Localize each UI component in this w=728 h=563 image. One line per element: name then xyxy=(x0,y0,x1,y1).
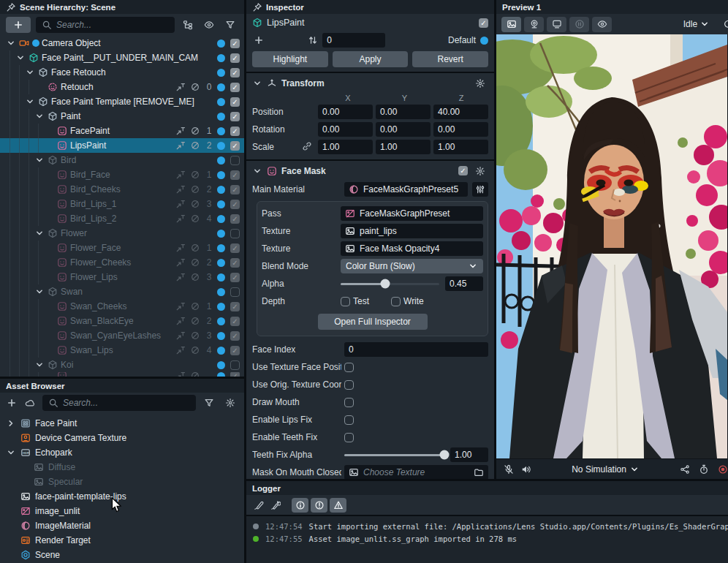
asset-item-diffuse[interactable]: Diffuse xyxy=(0,460,244,475)
asset-item-echopark[interactable]: HDR Echopark xyxy=(0,445,244,460)
enabled-checkbox[interactable]: ✓ xyxy=(230,97,240,107)
tree-row-bird[interactable]: Bird xyxy=(0,153,244,167)
position-y-input[interactable]: 0.00 xyxy=(376,105,431,119)
asset-search[interactable] xyxy=(42,395,196,411)
visibility-dot[interactable] xyxy=(217,127,225,135)
visibility-dot[interactable] xyxy=(217,347,225,355)
enabled-checkbox[interactable]: ✓ xyxy=(230,200,240,209)
visibility-dot[interactable] xyxy=(217,361,225,369)
visibility-dot[interactable] xyxy=(217,39,225,48)
draw-mouth-checkbox[interactable] xyxy=(344,398,354,407)
pass-asset-field[interactable]: FaceMaskGraphPreset xyxy=(341,206,483,221)
log-filter-warning-icon[interactable] xyxy=(330,498,346,513)
enabled-checkbox[interactable]: ✓ xyxy=(230,83,240,92)
tree-row-face-paint-template-remove-me[interactable]: Face Paint Template [REMOVE_ME] ✓ xyxy=(0,94,244,109)
enabled-checkbox[interactable]: ✓ xyxy=(230,302,240,311)
preview-mode-webcam-icon[interactable] xyxy=(524,17,544,32)
add-asset-button[interactable] xyxy=(6,395,18,411)
visibility-dot[interactable] xyxy=(217,230,225,238)
visibility-dot[interactable] xyxy=(217,113,225,121)
scene-search[interactable] xyxy=(36,17,175,33)
preview-mode-image-icon[interactable] xyxy=(501,17,521,32)
enabled-checkbox[interactable]: ✓ xyxy=(230,317,240,326)
tree-row-bird-lips-1[interactable]: Bird_Lips_1 3 ✓ xyxy=(0,197,244,211)
visibility-dot[interactable] xyxy=(217,244,225,252)
enabled-checkbox[interactable] xyxy=(230,156,240,165)
transform-section-header[interactable]: Transform xyxy=(252,73,488,93)
rotation-z-input[interactable]: 0.00 xyxy=(433,122,488,137)
visibility-dot[interactable] xyxy=(217,69,225,77)
visibility-dot[interactable] xyxy=(217,83,225,91)
enabled-checkbox[interactable] xyxy=(230,360,240,370)
face-mask-section-header[interactable]: Face Mask ✓ xyxy=(252,161,488,181)
scale-x-input[interactable]: 1.00 xyxy=(318,140,373,154)
tree-row-bird-face[interactable]: Bird_Face 1 ✓ xyxy=(0,167,244,182)
enabled-checkbox[interactable]: ✓ xyxy=(230,126,240,136)
blend-mode-dropdown[interactable]: Color Burn (Slow) xyxy=(341,259,483,273)
asset-item-specular[interactable]: Specular xyxy=(0,475,244,489)
highlight-button[interactable]: Highlight xyxy=(252,51,328,67)
tree-row-flower-lips[interactable]: Flower_Lips 3 ✓ xyxy=(0,270,244,284)
enabled-checkbox[interactable]: ✓ xyxy=(230,112,240,121)
visibility-dot[interactable] xyxy=(217,142,225,150)
enabled-checkbox[interactable]: ✓ xyxy=(230,214,240,224)
preview-mode-screen-mirror-icon[interactable] xyxy=(547,17,566,32)
asset-settings-button[interactable] xyxy=(222,395,238,411)
enabled-checkbox[interactable]: ✓ xyxy=(230,346,240,355)
enabled-checkbox[interactable]: ✓ xyxy=(230,273,240,282)
enabled-checkbox[interactable]: ✓ xyxy=(230,53,240,63)
visibility-dot[interactable] xyxy=(217,332,225,340)
object-enabled-checkbox[interactable]: ✓ xyxy=(479,18,488,28)
visibility-dot[interactable] xyxy=(217,317,225,325)
tree-row-row[interactable]: ✓ xyxy=(0,372,244,377)
mask-on-mouth-closed-texture-field[interactable]: Choose Texture xyxy=(344,465,488,479)
add-component-button[interactable] xyxy=(252,32,265,48)
preview-viewport[interactable] xyxy=(496,34,728,459)
open-full-inspector-button[interactable]: Open Full Inspector xyxy=(318,314,428,330)
asset-search-input[interactable] xyxy=(63,398,190,408)
cloud-assets-button[interactable] xyxy=(23,395,37,411)
speaker-icon[interactable] xyxy=(521,464,531,475)
enabled-checkbox[interactable]: ✓ xyxy=(230,185,240,194)
tree-row-face-paint-put-under-main-cam[interactable]: Face Paint__PUT_UNDER_MAIN_CAM ✓ xyxy=(0,50,244,65)
visibility-dot[interactable] xyxy=(217,259,225,267)
tree-row-camera-object[interactable]: Camera Object ✓ xyxy=(0,36,244,50)
tree-row-koi[interactable]: Koi xyxy=(0,358,244,372)
test-checkbox[interactable] xyxy=(341,297,350,306)
rotation-x-input[interactable]: 0.00 xyxy=(318,122,373,137)
tree-row-facepaint[interactable]: FacePaint 1 ✓ xyxy=(0,124,244,138)
visibility-dot[interactable] xyxy=(217,273,225,282)
simulation-dropdown[interactable]: No Simulation xyxy=(539,464,672,475)
asset-item-image-unlit[interactable]: image_unlit xyxy=(0,504,244,518)
asset-item-device-camera-texture[interactable]: Device Camera Texture xyxy=(0,431,244,445)
tree-row-bird-lips-2[interactable]: Bird_Lips_2 4 ✓ xyxy=(0,211,244,226)
enable-teeth-fix-checkbox[interactable] xyxy=(344,433,354,442)
enabled-checkbox[interactable]: ✓ xyxy=(230,258,240,268)
microphone-muted-icon[interactable] xyxy=(504,464,514,475)
enabled-checkbox[interactable]: ✓ xyxy=(230,243,240,253)
asset-item-face-paint-template-lips[interactable]: face-paint-template-lips xyxy=(0,489,244,504)
add-object-button[interactable] xyxy=(6,17,31,33)
visibility-dot[interactable] xyxy=(217,54,225,62)
auto-clear-log-icon[interactable] xyxy=(270,500,281,510)
visibility-dot[interactable] xyxy=(217,98,225,106)
log-filter-info-icon[interactable] xyxy=(292,498,308,513)
visibility-dot[interactable] xyxy=(217,288,225,296)
enable-lips-fix-checkbox[interactable] xyxy=(344,415,354,425)
tree-row-bird-cheeks[interactable]: Bird_Cheeks 2 ✓ xyxy=(0,182,244,197)
visibility-filter-button[interactable] xyxy=(201,17,217,33)
visibility-dot[interactable] xyxy=(217,171,225,179)
tree-row-swan-cyaneyelashes[interactable]: Swan_CyanEyeLashes 3 ✓ xyxy=(0,328,244,343)
tree-row-swan[interactable]: Swan xyxy=(0,284,244,299)
pairing-icon[interactable] xyxy=(680,464,690,475)
clear-log-icon[interactable] xyxy=(254,500,264,510)
tree-row-lipspaint[interactable]: LipsPaint 2 ✓ xyxy=(0,138,244,153)
revert-button[interactable]: Revert xyxy=(412,51,488,67)
visibility-dot[interactable] xyxy=(217,200,225,208)
apply-button[interactable]: Apply xyxy=(333,51,409,67)
render-order-input[interactable]: 0 xyxy=(322,33,385,48)
asset-item-face-paint[interactable]: Face Paint xyxy=(0,416,244,431)
visibility-dot[interactable] xyxy=(217,215,225,223)
visibility-dot[interactable] xyxy=(217,372,225,377)
default-toggle[interactable] xyxy=(480,37,488,45)
